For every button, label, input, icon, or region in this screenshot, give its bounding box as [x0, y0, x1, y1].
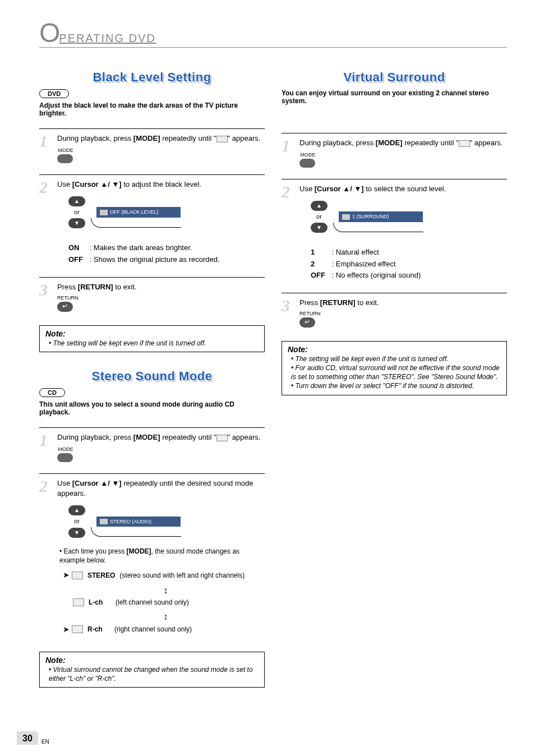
step-number: 1 [39, 432, 53, 448]
virtual-step3: 3 Press [RETURN] to exit. RETURN ↵ [282, 293, 507, 339]
intro-virtual: You can enjoy virtual surround on your e… [282, 89, 507, 105]
arrow-up-icon: ▲ [68, 196, 85, 206]
virtual-osd-icon [459, 140, 470, 147]
osd-icon [342, 214, 350, 220]
sound-mode-cycle: ➤ STEREO (stereo sound with left and rig… [63, 570, 265, 635]
step-number: 1 [282, 138, 295, 153]
badge-cd: CD [39, 388, 65, 397]
arrow-down-icon: ▼ [68, 528, 85, 538]
note-virtual: Note: The setting will be kept even if t… [282, 341, 507, 395]
audio-icon [72, 625, 83, 633]
step-number: 2 [39, 179, 53, 195]
black-level-step3: 3 Press [RETURN] to exit. RETURN ↵ [39, 277, 265, 323]
audio-icon [72, 571, 83, 579]
black-level-step2: 2 Use [Cursor ▲/ ▼] to adjust the black … [39, 174, 265, 277]
section-title-black-level: Black Level Setting [39, 70, 265, 85]
step-number: 2 [39, 478, 53, 494]
return-button-icon: RETURN ↵ [299, 310, 507, 328]
section-title-virtual: Virtual Surround [282, 70, 507, 85]
mode-button-icon: MODE [299, 151, 507, 168]
step-number: 3 [39, 282, 53, 297]
arrow-up-icon: ▲ [311, 201, 328, 211]
note-stereo: Note: Virtual surround cannot be changed… [39, 652, 265, 688]
page-number: 30 EN [17, 731, 49, 745]
cursor-buttons: ▲ or ▼ [68, 196, 85, 228]
cycle-arrow-icon: ➤ [63, 624, 70, 635]
arrow-down-icon: ▼ [68, 218, 85, 228]
updown-arrow-icon [65, 584, 265, 594]
note-black-level: Note: The setting will be kept even if t… [39, 325, 265, 353]
virtual-step2: 2 Use [Cursor ▲/ ▼] to select the sound … [282, 179, 507, 293]
cursor-buttons: ▲ or ▼ [311, 201, 328, 233]
osd-icon [100, 519, 108, 524]
intro-stereo: This unit allows you to select a sound m… [39, 400, 265, 416]
osd-virtual: 1 (SURROUND) [339, 211, 423, 222]
badge-dvd: DVD [39, 89, 69, 98]
intro-black-level: Adjust the black level to make the dark … [39, 102, 265, 117]
cycle-arrow-icon: ➤ [63, 570, 70, 581]
arrow-down-icon: ▼ [311, 223, 328, 233]
return-button-icon: RETURN ↵ [57, 294, 265, 312]
mode-button-icon: MODE [57, 446, 265, 462]
osd-black-level: OFF (BLACK LEVEL) [96, 207, 181, 218]
cursor-buttons: ▲ or ▼ [68, 505, 85, 537]
osd-stereo: STEREO (AUDIO) [96, 517, 181, 527]
stereo-step1: 1 During playback, press [MODE] repeated… [39, 427, 265, 473]
header-title: PERATING DVD [59, 32, 156, 45]
mode-button-icon: MODE [57, 147, 265, 163]
black-level-step1: 1 During playback, press [MODE] repeated… [39, 128, 265, 174]
updown-arrow-icon [65, 611, 265, 621]
stereo-step2: 2 Use [Cursor ▲/ ▼] repeatedly until the… [39, 473, 265, 649]
step-number: 2 [282, 184, 295, 199]
virtual-step1: 1 During playback, press [MODE] repeated… [282, 133, 507, 179]
step-number: 3 [282, 298, 295, 313]
header-letter-o: O [39, 22, 60, 44]
black-level-osd-icon [216, 136, 228, 142]
page-header: O PERATING DVD [39, 22, 507, 48]
osd-icon [100, 210, 108, 215]
section-title-stereo: Stereo Sound Mode [39, 369, 265, 384]
arrow-up-icon: ▲ [68, 505, 85, 515]
audio-icon [73, 598, 84, 606]
step-number: 1 [39, 133, 53, 149]
stereo-osd-icon [216, 435, 228, 441]
